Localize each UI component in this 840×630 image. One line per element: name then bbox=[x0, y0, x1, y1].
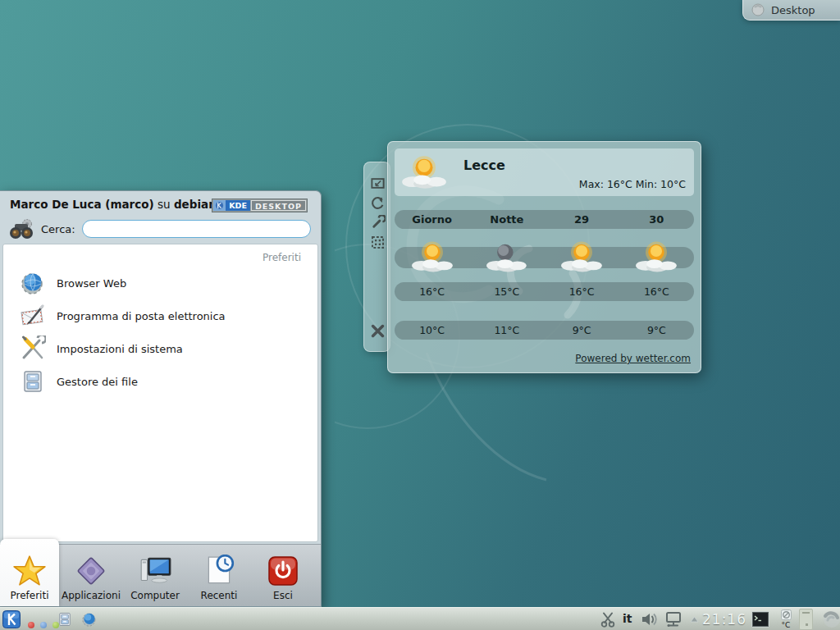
column-day-30: 30 bbox=[619, 213, 694, 226]
tab-esci[interactable]: Esci bbox=[251, 545, 315, 606]
low-temp: 11°C bbox=[469, 324, 544, 336]
weather-header: Lecce Max: 16°C Min: 10°C bbox=[395, 148, 694, 196]
volume-icon[interactable] bbox=[641, 611, 660, 628]
user-name: Marco De Luca (marco) bbox=[10, 198, 154, 211]
kde-desktop-badge: KDE DESKTOP bbox=[212, 199, 308, 212]
search-binoculars-icon bbox=[8, 217, 34, 240]
menu-item-label: Browser Web bbox=[57, 277, 126, 290]
configure-wrench-icon[interactable] bbox=[370, 215, 386, 231]
tab-recenti[interactable]: Recenti bbox=[187, 545, 251, 606]
blue-dot-icon bbox=[40, 622, 47, 628]
badge-desktop-label: DESKTOP bbox=[251, 200, 306, 211]
bottom-panel: it 21:16 °C bbox=[0, 607, 840, 630]
weather-city: Lecce bbox=[463, 158, 505, 173]
terminal-icon[interactable] bbox=[751, 610, 770, 628]
weather-minmax: Max: 16°C Min: 10°C bbox=[579, 178, 686, 190]
resize-icon[interactable] bbox=[370, 176, 386, 191]
kmenu-launcher-icon[interactable] bbox=[2, 610, 21, 628]
power-icon bbox=[267, 555, 299, 587]
panel-cashew-icon[interactable] bbox=[820, 609, 840, 629]
digital-clock[interactable]: 21:16 bbox=[702, 611, 746, 628]
maximize-icon[interactable] bbox=[370, 235, 386, 250]
weather-column-headers: Giorno Notte 29 30 bbox=[395, 210, 694, 229]
search-label: Cerca: bbox=[41, 223, 75, 235]
badge-kde-label: KDE bbox=[226, 200, 250, 211]
desktop-toolbox-label: Desktop bbox=[771, 4, 815, 16]
menu-item-browser-web[interactable]: Browser Web bbox=[3, 267, 317, 299]
column-day-29: 29 bbox=[545, 213, 619, 226]
weather-low-temps: 10°C 11°C 9°C 9°C bbox=[395, 321, 694, 340]
cashew-icon bbox=[751, 3, 765, 16]
low-temp: 9°C bbox=[545, 324, 619, 336]
high-temp: 16°C bbox=[545, 285, 619, 298]
konqueror-panel-icon[interactable] bbox=[81, 611, 98, 628]
user-separator: su bbox=[154, 198, 174, 211]
kickoff-menu: Marco De Luca (marco) su debian KDE DESK… bbox=[0, 190, 322, 607]
klipper-scissors-icon[interactable] bbox=[600, 611, 616, 628]
tab-computer[interactable]: Computer bbox=[123, 545, 187, 606]
menu-item-email[interactable]: Programma di posta elettronica bbox=[3, 299, 317, 332]
weather-widget: Lecce Max: 16°C Min: 10°C Giorno Notte 2… bbox=[387, 141, 701, 373]
desktop-toolbox-button[interactable]: Desktop bbox=[742, 0, 840, 21]
file-manager-icon bbox=[20, 368, 46, 395]
email-icon bbox=[20, 303, 46, 329]
tab-label: Recenti bbox=[201, 590, 238, 601]
sun-cloud-icon bbox=[411, 240, 454, 273]
favorites-list: Preferiti Browser Web bbox=[2, 244, 318, 542]
applications-icon bbox=[74, 555, 108, 587]
menu-item-system-settings[interactable]: Impostazioni di sistema bbox=[3, 332, 317, 365]
column-day: Giorno bbox=[395, 213, 469, 226]
sun-cloud-icon bbox=[401, 154, 447, 190]
tab-label: Preferiti bbox=[11, 590, 49, 601]
desktop-background: Desktop Lecce Max: 1 bbox=[0, 0, 840, 630]
no-data-icon bbox=[781, 609, 792, 620]
recent-documents-icon bbox=[202, 555, 236, 587]
weather-high-temps: 16°C 15°C 16°C 16°C bbox=[395, 282, 694, 301]
tab-label: Applicazioni bbox=[62, 590, 121, 601]
menu-item-file-manager[interactable]: Gestore dei file bbox=[3, 365, 317, 398]
close-icon[interactable] bbox=[370, 323, 386, 339]
high-temp: 15°C bbox=[469, 285, 544, 298]
konqueror-globe-icon bbox=[20, 270, 46, 296]
tab-label: Computer bbox=[130, 590, 180, 601]
network-monitor-icon[interactable] bbox=[664, 611, 682, 628]
menu-item-label: Gestore dei file bbox=[57, 376, 138, 388]
host-name: debian bbox=[174, 198, 217, 211]
tab-applicazioni[interactable]: Applicazioni bbox=[59, 545, 123, 606]
weather-tray-label: °C bbox=[777, 622, 795, 629]
rotate-icon[interactable] bbox=[370, 195, 386, 211]
keyboard-layout-indicator[interactable]: it bbox=[623, 612, 632, 625]
low-temp: 9°C bbox=[619, 324, 694, 336]
sun-cloud-icon bbox=[635, 240, 678, 273]
file-manager-panel-icon[interactable] bbox=[57, 611, 73, 628]
tab-preferiti[interactable]: Preferiti bbox=[0, 539, 59, 606]
star-icon bbox=[12, 555, 47, 587]
menu-item-label: Programma di posta elettronica bbox=[57, 310, 226, 322]
weather-icon-row bbox=[395, 234, 694, 273]
wetter-com-link[interactable]: Powered by wetter.com bbox=[575, 353, 691, 364]
kickoff-tab-bar: Preferiti Applicazioni bbox=[0, 544, 321, 606]
tab-label: Esci bbox=[273, 590, 293, 601]
system-settings-icon bbox=[20, 336, 46, 362]
high-temp: 16°C bbox=[619, 285, 694, 298]
sun-cloud-icon bbox=[560, 240, 603, 273]
menu-item-label: Impostazioni di sistema bbox=[57, 343, 183, 355]
favorites-section-label: Preferiti bbox=[3, 244, 317, 267]
moon-cloud-icon bbox=[486, 240, 528, 273]
panel-vertical-widget[interactable] bbox=[799, 609, 813, 630]
search-input[interactable] bbox=[82, 220, 311, 238]
low-temp: 10°C bbox=[395, 324, 469, 336]
column-night: Notte bbox=[469, 213, 544, 226]
tray-expander-icon[interactable] bbox=[690, 616, 699, 623]
weather-tray-icon[interactable]: °C bbox=[777, 609, 795, 629]
red-dot-icon bbox=[28, 622, 34, 628]
kde-logo-icon bbox=[213, 200, 226, 211]
high-temp: 16°C bbox=[395, 285, 469, 298]
computer-icon bbox=[138, 555, 172, 587]
